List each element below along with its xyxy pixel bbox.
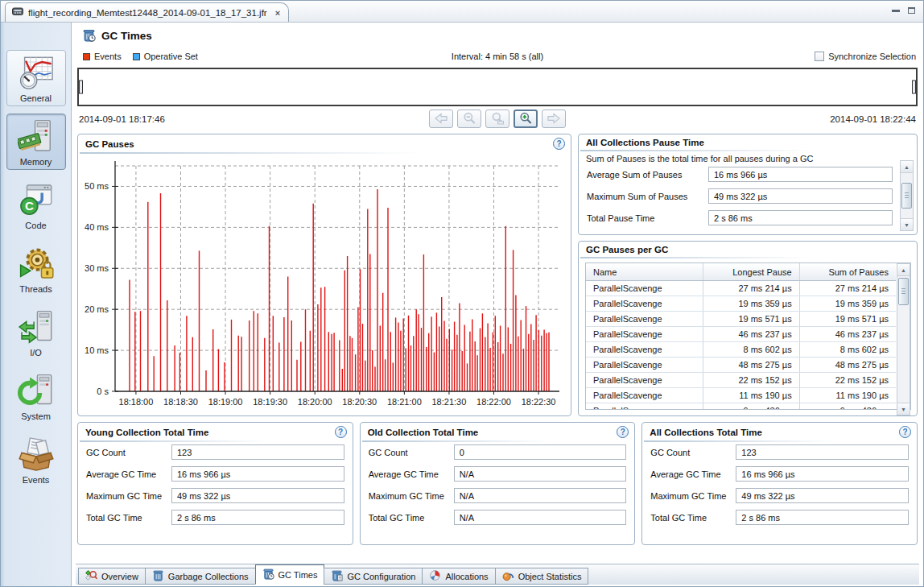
tab-object-statistics[interactable]: Object Statistics — [495, 568, 589, 585]
pause-time-title: All Collections Pause Time — [586, 138, 704, 147]
sidebar-item-general[interactable]: General — [6, 50, 66, 106]
scrollbar-track[interactable] — [897, 276, 910, 403]
scrollbar-thumb[interactable] — [898, 278, 909, 305]
timeline-strip[interactable] — [77, 68, 918, 106]
table-row[interactable]: ParallelScavenge9 ms 436 µs9 ms 436 µs — [586, 403, 896, 409]
legend-label: Operative Set — [144, 52, 198, 61]
scroll-down-icon[interactable]: ▼ — [901, 218, 913, 230]
svg-text:C: C — [24, 199, 33, 213]
tab-gc-times[interactable]: GC Times — [255, 564, 325, 585]
maximize-icon[interactable] — [908, 7, 915, 14]
sidebar-item-threads[interactable]: Threads — [6, 241, 66, 297]
scroll-up-icon[interactable]: ▲ — [897, 264, 910, 276]
svg-text:18:18:00: 18:18:00 — [119, 397, 154, 407]
tab-overview[interactable]: Overview — [78, 568, 146, 585]
field-label: Average GC Time — [86, 469, 167, 479]
legend-label: Events — [94, 52, 122, 61]
field-value[interactable]: 16 ms 966 µs — [708, 167, 893, 182]
column-header-longest-pause[interactable]: Longest Pause — [703, 263, 799, 280]
table-row[interactable]: ParallelScavenge11 ms 190 µs11 ms 190 µs — [586, 388, 896, 403]
zoom-in-button[interactable] — [514, 110, 538, 128]
gc-pauses-chart[interactable]: 0 s10 ms20 ms30 ms40 ms50 ms18:18:0018:1… — [80, 156, 566, 412]
table-cell: 48 ms 275 µs — [800, 358, 896, 372]
table-cell: 11 ms 190 µs — [703, 388, 799, 403]
table-row[interactable]: ParallelScavenge48 ms 275 µs48 ms 275 µs — [586, 358, 896, 373]
table-cell: 9 ms 436 µs — [800, 403, 896, 409]
sidebar-item-label: Threads — [9, 284, 64, 294]
vertical-scrollbar[interactable]: ▲▼ — [900, 160, 914, 231]
scroll-up-icon[interactable]: ▲ — [901, 161, 913, 173]
field-value[interactable]: 49 ms 322 µs — [171, 488, 344, 503]
svg-text:30 ms: 30 ms — [85, 263, 109, 273]
pan-right-button[interactable] — [542, 110, 566, 128]
table-row[interactable]: ParallelScavenge46 ms 237 µs46 ms 237 µs — [586, 327, 896, 342]
field-value[interactable]: N/A — [454, 466, 627, 482]
zoom-out-button[interactable] — [457, 110, 481, 128]
events-icon — [18, 464, 55, 473]
minimize-icon[interactable] — [892, 10, 900, 12]
help-icon[interactable]: ? — [335, 426, 347, 438]
scroll-down-icon[interactable]: ▼ — [897, 403, 910, 415]
field-value[interactable]: 2 s 86 ms — [736, 510, 909, 525]
field-value[interactable]: N/A — [454, 510, 627, 525]
interval-label: Interval: 4 min 58 s (all) — [452, 52, 543, 61]
panel-title: Young Collection Total Time? — [78, 423, 353, 440]
editor-tab[interactable]: flight_recording_Memtest12448_2014-09-01… — [5, 2, 289, 22]
field-value[interactable]: 49 ms 322 µs — [736, 488, 909, 503]
sidebar-item-label: I/O — [9, 348, 64, 358]
tab-allocations[interactable]: Allocations — [422, 568, 495, 585]
field-row: GC Count123 — [86, 444, 344, 460]
field-value[interactable]: 16 ms 966 µs — [736, 466, 909, 482]
zoom-selection-button[interactable] — [485, 110, 509, 128]
scrollbar-track[interactable] — [901, 173, 913, 218]
table-cell: 48 ms 275 µs — [703, 358, 799, 372]
sidebar-item-io[interactable]: I/O — [6, 304, 66, 361]
table-row[interactable]: ParallelScavenge19 ms 359 µs19 ms 359 µs — [586, 296, 896, 312]
field-row: Average GC Time16 ms 966 µs — [86, 466, 344, 482]
tab-garbage-collections[interactable]: Garbage Collections — [145, 568, 256, 585]
page-tabbar: OverviewGarbage CollectionsGC TimesGC Co… — [76, 564, 919, 585]
svg-text:18:21:30: 18:21:30 — [432, 397, 467, 407]
sidebar-item-code[interactable]: CCode — [6, 177, 66, 234]
field-value[interactable]: 0 — [454, 444, 627, 460]
per-gc-title: GC Pauses per GC — [586, 245, 668, 254]
table-row[interactable]: ParallelScavenge8 ms 602 µs8 ms 602 µs — [586, 342, 896, 358]
table-cell: 19 ms 359 µs — [703, 296, 799, 311]
field-value[interactable]: 16 ms 966 µs — [171, 466, 344, 482]
table-row[interactable]: ParallelScavenge19 ms 571 µs19 ms 571 µs — [586, 312, 896, 327]
help-icon[interactable]: ? — [553, 138, 565, 150]
field-row: GC Count123 — [650, 444, 909, 460]
field-label: Total Pause Time — [587, 213, 703, 223]
sidebar-item-label: Code — [9, 221, 64, 230]
synchronize-selection-checkbox[interactable] — [815, 52, 824, 61]
field-label: Average GC Time — [369, 469, 449, 479]
pause-time-subtitle: Sum of Pauses is the total time for all … — [579, 154, 917, 167]
field-value[interactable]: 2 s 86 ms — [171, 510, 344, 525]
vertical-scrollbar[interactable]: ▲▼ — [897, 263, 910, 415]
pan-left-button[interactable] — [429, 110, 453, 128]
gc-pauses-title: GC Pauses — [85, 139, 134, 149]
table-row[interactable]: ParallelScavenge22 ms 152 µs22 ms 152 µs — [586, 373, 896, 388]
tab-close-icon[interactable]: × — [275, 8, 280, 18]
field-value[interactable]: 2 s 86 ms — [708, 210, 893, 225]
table-row[interactable]: ParallelScavenge27 ms 214 µs27 ms 214 µs — [586, 281, 896, 296]
tab-gc-configuration[interactable]: GC Configuration — [324, 568, 423, 585]
column-header-name[interactable]: Name — [586, 263, 703, 280]
field-value[interactable]: N/A — [454, 488, 627, 503]
sidebar-item-system[interactable]: System — [6, 368, 66, 424]
table-cell: ParallelScavenge — [586, 312, 703, 326]
threads-icon — [18, 273, 55, 283]
table-cell: ParallelScavenge — [586, 403, 703, 409]
sidebar-item-events[interactable]: Events — [6, 432, 66, 488]
scrollbar-thumb[interactable] — [901, 183, 912, 209]
field-value[interactable]: 49 ms 322 µs — [708, 188, 893, 204]
svg-text:50 ms: 50 ms — [85, 181, 109, 191]
svg-text:40 ms: 40 ms — [85, 222, 109, 232]
column-header-sum-of-pauses[interactable]: Sum of Pauses — [800, 263, 896, 280]
sidebar-item-memory[interactable]: Memory — [6, 114, 66, 170]
help-icon[interactable]: ? — [617, 426, 629, 438]
field-value[interactable]: 123 — [171, 444, 344, 460]
help-icon[interactable]: ? — [899, 426, 911, 438]
field-label: GC Count — [86, 448, 167, 457]
field-value[interactable]: 123 — [736, 444, 909, 460]
